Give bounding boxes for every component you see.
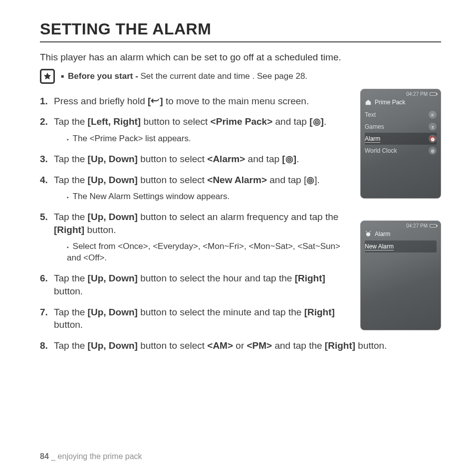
bullet-icon: ▪ — [67, 195, 69, 200]
svg-point-2 — [316, 122, 317, 123]
note-text: Before you start - Set the current date … — [68, 71, 307, 81]
select-icon — [285, 156, 293, 164]
alarm-icon: ⏰ — [429, 135, 437, 143]
step-number: 6. — [40, 272, 52, 297]
device-header: Alarm — [375, 231, 390, 238]
select-icon — [313, 118, 321, 126]
globe-icon: ⊕ — [429, 147, 437, 155]
status-time: 04:27 PM — [406, 91, 428, 97]
svg-point-8 — [310, 180, 311, 181]
step-number: 2. — [40, 115, 52, 145]
home-icon — [365, 99, 372, 106]
star-icon — [40, 69, 55, 84]
step-number: 5. — [40, 211, 52, 264]
battery-icon — [430, 224, 437, 228]
device-screenshot-alarm: 04:27 PM Alarm New Alarm — [360, 221, 441, 330]
bullet-icon: ▪ — [67, 137, 69, 142]
bullet-icon: ■ — [61, 73, 64, 79]
device-header: Prime Pack — [375, 99, 405, 106]
step-number: 3. — [40, 153, 52, 166]
battery-icon — [430, 92, 437, 96]
step-number: 4. — [40, 174, 52, 203]
menu-item-text: Text≡ — [365, 109, 437, 121]
page-footer: 84 _ enjoying the prime pack — [40, 452, 142, 461]
step-number: 8. — [40, 339, 52, 352]
step-number: 1. — [40, 95, 52, 108]
text-icon: ≡ — [429, 111, 437, 119]
step-number: 7. — [40, 306, 52, 331]
page-title: SETTING THE ALARM — [40, 20, 441, 42]
menu-item-world-clock: World Clock⊕ — [365, 145, 437, 157]
back-icon — [151, 97, 160, 104]
device-screenshot-prime-pack: 04:27 PM Prime Pack Text≡ Games⌆ Alarm⏰ … — [360, 89, 441, 199]
select-icon — [306, 177, 314, 185]
intro-text: This player has an alarm which can be se… — [40, 51, 441, 64]
menu-item-games: Games⌆ — [365, 121, 437, 133]
alarm-icon — [365, 231, 372, 238]
menu-item-alarm: Alarm⏰ — [365, 133, 437, 145]
bullet-icon: ▪ — [67, 244, 69, 250]
menu-item-new-alarm: New Alarm — [365, 240, 437, 252]
note-row: ■ Before you start - Set the current dat… — [40, 69, 441, 84]
status-time: 04:27 PM — [406, 223, 428, 229]
svg-point-9 — [366, 233, 370, 237]
svg-point-5 — [288, 159, 289, 160]
games-icon: ⌆ — [429, 123, 437, 131]
